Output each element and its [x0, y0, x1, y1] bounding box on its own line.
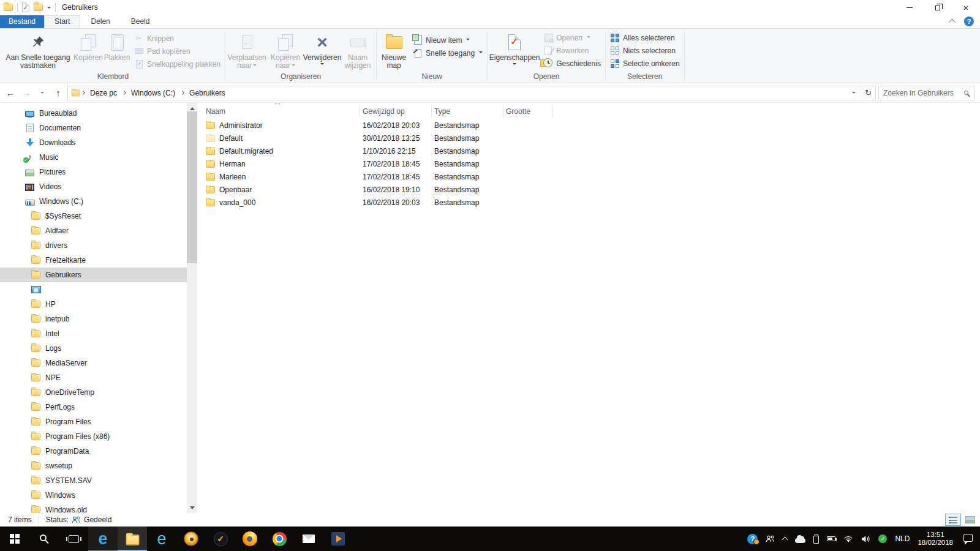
action-center-icon[interactable]: [963, 534, 973, 542]
tray-chevron-up-icon[interactable]: [783, 536, 787, 542]
tray-shield-icon[interactable]: ✓: [878, 534, 887, 543]
breadcrumb-item-windows-c[interactable]: Windows (C:): [127, 89, 179, 97]
taskbar-start-button[interactable]: [0, 527, 29, 551]
taskbar-chrome-button[interactable]: [265, 527, 294, 551]
taskbar-explorer-button[interactable]: [118, 527, 147, 551]
sidebar-item-windows-c[interactable]: Windows (C:): [0, 194, 187, 209]
clock[interactable]: 13:51 18/02/2018: [918, 531, 953, 547]
copy-to-button[interactable]: Kopiëren naar: [267, 30, 304, 72]
sidebar-item-logs[interactable]: Logs: [0, 341, 187, 356]
sidebar-item-drivers[interactable]: drivers: [0, 238, 187, 253]
sidebar-item-videos[interactable]: Videos: [0, 179, 187, 194]
tab-file[interactable]: Bestand: [0, 15, 44, 28]
sidebar-item-music[interactable]: ♪Music: [0, 150, 187, 165]
column-header-gewijzigd-op[interactable]: Gewijzigd op: [360, 105, 432, 118]
up-button[interactable]: ↑: [50, 86, 66, 100]
delete-button[interactable]: × Verwijderen: [304, 30, 341, 72]
sidebar-item-sysreset[interactable]: $SysReset: [0, 209, 187, 223]
sidebar-item-perflogs[interactable]: PerfLogs: [0, 400, 187, 414]
sidebar-item-windows[interactable]: Windows: [0, 488, 187, 503]
tray-wifi-icon[interactable]: [843, 535, 853, 543]
column-header-type[interactable]: Type: [432, 105, 503, 118]
taskbar-compass-button[interactable]: [176, 527, 206, 551]
sidebar-item-pictures[interactable]: Pictures: [0, 165, 187, 179]
edit-button[interactable]: Bewerken: [540, 44, 604, 57]
scroll-down-button[interactable]: [187, 503, 197, 513]
open-button[interactable]: Openen: [540, 31, 604, 44]
recent-locations-dropdown[interactable]: [34, 86, 50, 100]
address-dropdown-icon[interactable]: [852, 92, 856, 96]
tray-usb-icon[interactable]: [813, 534, 819, 544]
taskbar-edge-button[interactable]: e: [88, 527, 118, 551]
copy-path-button[interactable]: Pad kopiëren: [131, 45, 224, 58]
qat-new-folder-icon[interactable]: [34, 4, 43, 11]
sidebar-item-intel[interactable]: Intel: [0, 326, 187, 341]
qat-properties-icon[interactable]: [22, 2, 29, 12]
sidebar-item-downloads[interactable]: Downloads: [0, 135, 187, 150]
sidebar-item-aldfaer[interactable]: Aldfaer: [0, 223, 187, 238]
quick-access-button[interactable]: Snelle toegang: [410, 47, 486, 59]
tab-view[interactable]: Beeld: [121, 15, 160, 28]
sidebar-item-programdata[interactable]: ProgramData: [0, 444, 187, 459]
copy-button[interactable]: Kopiëren: [74, 30, 103, 72]
taskbar-movies-button[interactable]: [323, 527, 353, 551]
sidebar-item-mediaserver[interactable]: MediaServer: [0, 356, 187, 370]
minimize-button[interactable]: [895, 0, 924, 15]
breadcrumb-item-deze-pc[interactable]: Deze pc: [86, 89, 121, 97]
file-row-administrator[interactable]: Administrator16/02/2018 20:03Bestandsmap: [203, 119, 980, 132]
cut-button[interactable]: ✂ Knippen: [131, 32, 224, 45]
language-indicator[interactable]: NLD: [895, 534, 910, 543]
file-row-vanda-000[interactable]: vanda_00016/02/2018 20:03Bestandsmap: [203, 196, 980, 209]
sidebar-item-system-sav[interactable]: SYSTEM.SAV: [0, 473, 187, 488]
new-folder-button[interactable]: Nieuwe map: [378, 30, 410, 72]
close-button[interactable]: ×: [952, 0, 980, 15]
sidebar-item-windows-old[interactable]: Windows.old: [0, 503, 187, 513]
tab-start[interactable]: Start: [44, 15, 80, 28]
taskbar-norton-button[interactable]: ✓: [206, 527, 235, 551]
sidebar-item-bureaublad[interactable]: Bureaublad: [0, 106, 187, 121]
file-row-marleen[interactable]: Marleen17/02/2018 18:45Bestandsmap: [203, 170, 980, 183]
taskbar-taskview-button[interactable]: [59, 527, 88, 551]
thumbnails-view-button[interactable]: [962, 514, 978, 526]
sidebar-item-hp[interactable]: HP: [0, 297, 187, 312]
sidebar-item-gebruikers[interactable]: Gebruikers: [0, 268, 187, 282]
taskbar-search-button[interactable]: [29, 527, 59, 551]
sidebar-item-onedrivetemp[interactable]: OneDriveTemp: [0, 385, 187, 400]
invert-selection-button[interactable]: Selectie omkeren: [607, 57, 683, 70]
tray-help-icon[interactable]: ?: [747, 534, 758, 544]
tray-people-icon[interactable]: [766, 535, 775, 542]
sidebar-item-documenten[interactable]: Documenten: [0, 121, 187, 135]
select-all-button[interactable]: Alles selecteren: [607, 31, 683, 44]
tray-cloud-icon[interactable]: [795, 535, 805, 543]
back-button[interactable]: ←: [2, 86, 18, 100]
details-view-button[interactable]: [945, 514, 961, 526]
pin-to-quick-access-button[interactable]: Aan Snelle toegang vastmaken: [2, 30, 74, 72]
sidebar-item-swsetup[interactable]: swsetup: [0, 459, 187, 473]
address-input[interactable]: Deze pcWindows (C:)Gebruikers ↻: [67, 86, 876, 100]
taskbar-mail-button[interactable]: [294, 527, 323, 551]
rename-button[interactable]: Naam wijzigen: [341, 30, 375, 72]
paste-button[interactable]: Plakken: [103, 30, 131, 72]
sidebar-item-program-files[interactable]: Program Files: [0, 414, 187, 429]
refresh-icon[interactable]: ↻: [861, 86, 875, 100]
sidebar-item-unnamed-blue-icon[interactable]: [0, 282, 187, 297]
restore-button[interactable]: [924, 0, 952, 15]
scrollbar-thumb[interactable]: [187, 111, 197, 263]
file-row-herman[interactable]: Herman17/02/2018 18:45Bestandsmap: [203, 157, 980, 170]
file-row-default[interactable]: Default30/01/2018 13:25Bestandsmap: [203, 132, 980, 144]
new-item-button[interactable]: Nieuw item: [410, 34, 486, 47]
taskbar-ie-button[interactable]: e: [147, 527, 176, 551]
help-icon[interactable]: ?: [964, 17, 974, 26]
move-to-button[interactable]: ← Verplaatsen naar: [227, 30, 267, 72]
tray-battery-icon[interactable]: [827, 536, 835, 541]
breadcrumb-item-gebruikers[interactable]: Gebruikers: [185, 89, 230, 97]
column-header-naam[interactable]: Naam: [203, 105, 360, 118]
history-button[interactable]: Geschiedenis: [540, 57, 604, 70]
paste-shortcut-button[interactable]: Snelkoppeling plakken: [131, 58, 224, 70]
sidebar-item-program-files-x86[interactable]: Program Files (x86): [0, 429, 187, 444]
search-input[interactable]: Zoeken in Gebruikers: [878, 86, 975, 100]
tray-volume-icon[interactable]: [861, 535, 870, 543]
file-row-openbaar[interactable]: Openbaar16/02/2018 19:10Bestandsmap: [203, 183, 980, 196]
properties-button[interactable]: Eigenschappen: [489, 30, 540, 72]
file-row-default-migrated[interactable]: Default.migrated1/10/2016 22:15Bestandsm…: [203, 144, 980, 157]
